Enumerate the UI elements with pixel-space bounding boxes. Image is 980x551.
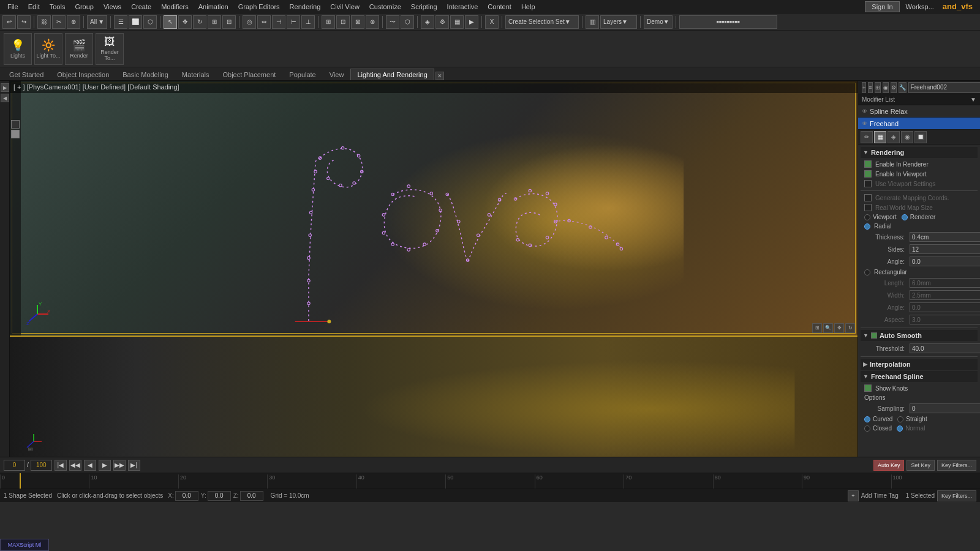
zoom-button[interactable]: 🔍 (823, 323, 833, 333)
closed-radio[interactable] (864, 425, 870, 432)
sampling-input[interactable] (910, 403, 980, 413)
select-by-name-button[interactable]: ☰ (114, 15, 127, 29)
menu-graph-editors[interactable]: Graph Editors (233, 2, 285, 12)
enable-renderer-checkbox[interactable] (864, 160, 872, 168)
left-panel-btn1[interactable]: ▶ (1, 83, 9, 92)
enable-viewport-checkbox[interactable] (864, 170, 872, 178)
freehand-spline-section-header[interactable]: ▼ Freehand Spline (861, 371, 978, 382)
auto-smooth-checkbox[interactable] (871, 332, 877, 339)
grid-button[interactable]: ⊞ (322, 15, 335, 29)
tab-object-inspection[interactable]: Object Inspection (50, 69, 116, 80)
menu-scripting[interactable]: Scripting (406, 2, 442, 12)
more-buttons[interactable]: ■■■■■■■■■ (679, 15, 777, 29)
tab-view[interactable]: View (323, 69, 351, 80)
move-button[interactable]: ✥ (178, 15, 192, 29)
rp-view-button[interactable]: ⊞ (875, 82, 881, 93)
interpolation-section-header[interactable]: ▶ Interpolation (861, 359, 978, 370)
zoom-extents-button[interactable]: ⊞ (812, 323, 822, 333)
play-back-button[interactable]: ◀ (84, 460, 96, 471)
snap2-button[interactable]: ⊠ (351, 15, 364, 29)
snap3-button[interactable]: ⊗ (366, 15, 379, 29)
menu-interactive[interactable]: Interactive (442, 2, 483, 12)
pivot-button[interactable]: ◎ (243, 15, 256, 29)
thickness-input[interactable] (910, 232, 980, 242)
threshold-input[interactable] (910, 343, 980, 353)
use-viewport-checkbox[interactable] (864, 180, 872, 187)
color-swatch-bg[interactable] (11, 130, 20, 138)
rp-tools-button[interactable]: ⚙ (891, 82, 897, 93)
lights-tool-button[interactable]: 💡 Lights (4, 33, 32, 65)
light-tools-button[interactable]: 🔆 Light To... (34, 33, 62, 65)
rendering-section-header[interactable]: ▼ Rendering (861, 147, 978, 158)
left-panel-btn2[interactable]: ◀ (1, 94, 9, 102)
all-dropdown[interactable]: All▼ (87, 15, 107, 29)
menu-group[interactable]: Group (70, 2, 99, 12)
menu-content[interactable]: Content (483, 2, 516, 12)
pan-button[interactable]: ✥ (834, 323, 844, 333)
color-swatch-fg[interactable] (11, 120, 20, 129)
modifier-spline-relax[interactable]: 👁 Spline Relax (858, 105, 980, 118)
rectangular-radio[interactable] (864, 269, 870, 276)
auto-smooth-section-header[interactable]: ▼ Auto Smooth (861, 330, 978, 341)
current-frame-input[interactable] (4, 460, 25, 471)
bottom-viewport[interactable]: Mi (10, 337, 858, 457)
orbit-button[interactable]: ↻ (845, 323, 855, 333)
rtab-motion[interactable]: ◉ (901, 131, 913, 143)
total-frames-input[interactable] (31, 460, 52, 471)
xref-button[interactable]: X (485, 15, 499, 29)
play-button[interactable]: ▶ (99, 460, 111, 471)
generate-mapping-checkbox[interactable] (864, 194, 872, 201)
sign-in-button[interactable]: Sign In (865, 1, 899, 12)
add-time-tag-button[interactable]: + (848, 490, 859, 501)
scale2-button[interactable]: ⊟ (222, 15, 236, 29)
render-setup-button[interactable]: ⚙ (435, 15, 449, 29)
menu-civil-view[interactable]: Civil View (325, 2, 364, 12)
render-frame-button[interactable]: ▦ (450, 15, 464, 29)
lasso-select-button[interactable]: ⬡ (143, 15, 157, 29)
tab-basic-modeling[interactable]: Basic Modeling (116, 69, 175, 80)
menu-customize[interactable]: Customize (364, 2, 406, 12)
tab-materials[interactable]: Materials (175, 69, 216, 80)
rp-wrench-button[interactable]: 🔧 (899, 82, 907, 93)
curved-radio[interactable] (864, 416, 870, 422)
layers-button[interactable]: ▥ (586, 15, 599, 29)
rtab-modifier[interactable]: ▦ (874, 131, 886, 143)
menu-rendering[interactable]: Rendering (285, 2, 326, 12)
next-frame-button[interactable]: ▶▶ (113, 460, 126, 471)
main-viewport[interactable]: [ + ] [PhysCamera001] [User Defined] [De… (10, 81, 858, 337)
show-knots-checkbox[interactable] (864, 384, 872, 392)
menu-help[interactable]: Help (516, 2, 540, 12)
key-filters-button[interactable]: Key Filters... (937, 460, 976, 471)
menu-views[interactable]: Views (99, 2, 126, 12)
set-key-button[interactable]: Set Key (907, 460, 935, 471)
tab-get-started[interactable]: Get Started (2, 69, 50, 80)
menu-tools[interactable]: Tools (45, 2, 70, 12)
unlink-button[interactable]: ✂ (52, 15, 66, 29)
align-button[interactable]: ⊣ (272, 15, 285, 29)
material-editor-button[interactable]: ◈ (421, 15, 434, 29)
rp-add-button[interactable]: + (862, 82, 866, 93)
layers-dropdown[interactable]: Layers▼ (600, 15, 637, 29)
bind-button[interactable]: ⊕ (67, 15, 80, 29)
menu-animation[interactable]: Animation (194, 2, 233, 12)
rect-select-button[interactable]: ⬜ (129, 15, 142, 29)
render-tool-button[interactable]: 🎬 Render (65, 33, 93, 65)
go-to-start-button[interactable]: |◀ (55, 460, 67, 471)
menu-create[interactable]: Create (126, 2, 156, 12)
auto-key-button[interactable]: Auto Key (873, 460, 905, 471)
align3-button[interactable]: ⊥ (301, 15, 315, 29)
rtab-hierarchy[interactable]: ◈ (888, 131, 900, 143)
prev-frame-button[interactable]: ◀◀ (69, 460, 81, 471)
rotate-button[interactable]: ↻ (193, 15, 206, 29)
menu-modifiers[interactable]: Modifiers (156, 2, 194, 12)
align2-button[interactable]: ⊢ (287, 15, 300, 29)
tab-populate[interactable]: Populate (282, 69, 322, 80)
viewport-radio[interactable] (864, 214, 870, 220)
object-name-field[interactable] (908, 82, 980, 93)
timeline-playhead[interactable] (20, 473, 21, 489)
menu-file[interactable]: File (2, 2, 23, 12)
redo-button[interactable]: ↪ (17, 15, 31, 29)
tab-object-placement[interactable]: Object Placement (216, 69, 282, 80)
angle-input[interactable] (910, 257, 980, 266)
normal-radio[interactable] (897, 425, 903, 432)
